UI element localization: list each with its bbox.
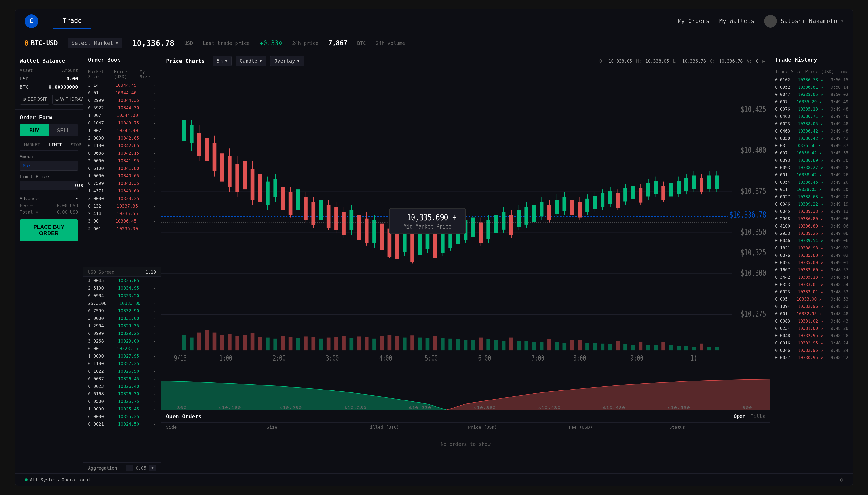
table-row[interactable]: 0.035310333.01 ↗9:48:54: [770, 281, 853, 288]
table-row[interactable]: 0.046310336.42 ↗9:49:48: [770, 127, 853, 135]
table-row[interactable]: 0.068810342.15-: [83, 149, 161, 157]
table-row[interactable]: 0.002310333.01 ↗9:48:53: [770, 288, 853, 295]
table-row[interactable]: 1.290410329.35-: [83, 322, 161, 329]
table-row[interactable]: 0.182110338.98 ↗9:49:02: [770, 244, 853, 252]
tab-open[interactable]: Open: [734, 413, 746, 420]
app-logo[interactable]: C: [24, 14, 38, 28]
table-row[interactable]: 0.592210344.30-: [83, 104, 161, 112]
table-row[interactable]: 0.009310336.69 ↗9:49:30: [770, 157, 853, 164]
table-row[interactable]: 2.000010342.85-: [83, 134, 161, 142]
table-row[interactable]: 0.098410333.50-: [83, 292, 161, 300]
table-row[interactable]: 0.004610339.22 ↗9:49:19: [770, 201, 853, 208]
table-row[interactable]: 3.026810329.00-: [83, 337, 161, 345]
withdraw-button[interactable]: ⊖ WITHDRAW: [52, 94, 87, 104]
table-row[interactable]: 0.0310336.66 ↗9:49:37: [770, 142, 853, 149]
table-row[interactable]: 0.099910329.25-: [83, 329, 161, 337]
candlestick-chart[interactable]: $10,425 $10,400 $10,375 $10,336.78 $10,3…: [161, 69, 770, 376]
nav-tab-trade[interactable]: Trade: [53, 13, 92, 29]
sell-tab[interactable]: SELL: [49, 124, 78, 136]
table-row[interactable]: 0.00710338.42 ↗9:45:35: [770, 149, 853, 157]
agg-minus-button[interactable]: −: [126, 464, 133, 471]
table-row[interactable]: 0.095210336.81 ↗9:50:14: [770, 84, 853, 91]
table-row[interactable]: 3.000010339.25-: [83, 195, 161, 202]
nav-my-orders[interactable]: My Orders: [678, 18, 709, 24]
table-row[interactable]: 0.0110344.40-: [83, 89, 161, 97]
table-row[interactable]: 0.110010342.65-: [83, 142, 161, 149]
table-row[interactable]: 0.00110328.15-: [83, 345, 161, 352]
table-row[interactable]: 0.004610332.95 ↗9:48:24: [770, 347, 853, 354]
settings-icon[interactable]: ⚙: [840, 477, 844, 483]
table-row[interactable]: 5.60110336.30-: [83, 225, 161, 233]
table-row[interactable]: 1.000010340.65-: [83, 172, 161, 180]
tab-market[interactable]: MARKET: [20, 140, 44, 150]
amount-input[interactable]: [33, 163, 83, 168]
table-row[interactable]: 0.296810336.80 ↗9:49:06: [770, 215, 853, 222]
max-button[interactable]: Max: [23, 163, 31, 168]
table-row[interactable]: 0.109410332.96 ↗9:48:53: [770, 303, 853, 310]
table-row[interactable]: 0.003710326.45-: [83, 375, 161, 382]
table-row[interactable]: 0.003710330.95 ↗9:48:22: [770, 354, 853, 361]
table-row[interactable]: 0.002310326.40-: [83, 382, 161, 390]
table-row[interactable]: 1.00710344.00-: [83, 112, 161, 119]
table-row[interactable]: 0.005010336.42 ↗9:49:42: [770, 135, 853, 142]
table-row[interactable]: 2.41410336.55-: [83, 210, 161, 217]
table-row[interactable]: 0.004610339.54 ↗9:49:06: [770, 237, 853, 244]
table-row[interactable]: 0.046310336.71 ↗9:49:48: [770, 113, 853, 120]
table-row[interactable]: 6.000010325.25-: [83, 413, 161, 420]
table-row[interactable]: 1.00710342.90-: [83, 127, 161, 134]
table-row[interactable]: 0.13210337.35-: [83, 202, 161, 210]
table-row[interactable]: 0.293310339.25 ↗9:49:06: [770, 230, 853, 237]
table-row[interactable]: 0.008310331.02 ↗9:48:43: [770, 318, 853, 325]
table-row[interactable]: 1.437110340.00-: [83, 187, 161, 195]
table-row[interactable]: 1.000010325.45-: [83, 405, 161, 413]
table-row[interactable]: 0.00110332.95 ↗9:48:48: [770, 310, 853, 318]
place-order-button[interactable]: PLACE BUY ORDER: [20, 220, 78, 241]
table-row[interactable]: 0.616810326.30-: [83, 390, 161, 397]
table-row[interactable]: 0.010210336.78 ↗9:50:15: [770, 76, 853, 84]
table-row[interactable]: 0.005410338.46 ↗9:49:20: [770, 178, 853, 186]
table-row[interactable]: 1.000010327.95-: [83, 352, 161, 360]
table-row[interactable]: 0.110010327.25-: [83, 360, 161, 368]
overlay-selector[interactable]: Overlay ▾: [270, 56, 304, 66]
table-row[interactable]: 0.004710338.05 ↗9:50:02: [770, 91, 853, 98]
table-row[interactable]: 0.759910340.35-: [83, 180, 161, 187]
table-row[interactable]: 0.104710343.75-: [83, 119, 161, 127]
timeframe-selector[interactable]: 5m ▾: [213, 56, 232, 66]
table-row[interactable]: 0.007610335.00 ↗9:49:02: [770, 252, 853, 259]
table-row[interactable]: 0.344210335.13 ↗9:48:54: [770, 274, 853, 281]
limit-price-input[interactable]: [23, 183, 83, 188]
limit-price-input-row[interactable]: USD: [20, 181, 78, 190]
table-row[interactable]: 0.00510333.00 ↗9:48:53: [770, 295, 853, 303]
table-row[interactable]: 0.759910332.90-: [83, 307, 161, 314]
table-row[interactable]: 3.000010331.00-: [83, 314, 161, 322]
table-row[interactable]: 25.310010333.00-: [83, 300, 161, 307]
table-row[interactable]: 0.102210326.50-: [83, 368, 161, 375]
table-row[interactable]: 0.00710335.29 ↗9:49:49: [770, 98, 853, 105]
table-row[interactable]: 0.009310338.27 ↗9:49:28: [770, 164, 853, 171]
agg-plus-button[interactable]: +: [149, 464, 156, 471]
table-row[interactable]: 2.510010334.95-: [83, 284, 161, 292]
table-row[interactable]: 0.01110338.05 ↗9:49:20: [770, 186, 853, 193]
buy-tab[interactable]: BUY: [20, 124, 49, 136]
table-row[interactable]: 3.0010336.45-: [83, 217, 161, 225]
table-row[interactable]: 0.166710333.60 ↗9:48:57: [770, 266, 853, 274]
table-row[interactable]: 0.00110338.42 ↗9:49:26: [770, 171, 853, 178]
user-info[interactable]: Satoshi Nakamoto ▾: [764, 15, 844, 28]
table-row[interactable]: 0.299910344.35-: [83, 97, 161, 104]
deposit-button[interactable]: ⊕ DEPOSIT: [20, 94, 49, 104]
chart-type-selector[interactable]: Candle ▾: [235, 56, 266, 66]
table-row[interactable]: 0.002410335.00 ↗9:49:01: [770, 259, 853, 266]
amount-input-row[interactable]: Max BTC: [20, 160, 78, 171]
table-row[interactable]: 0.004510339.33 ↗9:49:13: [770, 208, 853, 215]
table-row[interactable]: 0.001610332.95 ↗9:48:24: [770, 339, 853, 347]
table-row[interactable]: 0.610010341.80-: [83, 165, 161, 172]
table-row[interactable]: 0.002310338.05 ↗9:49:48: [770, 120, 853, 127]
table-row[interactable]: 0.002110324.50-: [83, 420, 161, 428]
table-row[interactable]: 4.004510335.05-: [83, 277, 161, 284]
table-row[interactable]: 3.1410344.45-: [83, 81, 161, 89]
table-row[interactable]: 0.050010325.75-: [83, 397, 161, 405]
nav-my-wallets[interactable]: My Wallets: [719, 18, 755, 24]
tab-limit[interactable]: LIMIT: [44, 140, 66, 150]
table-row[interactable]: 0.002710338.63 ↗9:49:20: [770, 193, 853, 201]
tab-stop[interactable]: STOP: [66, 140, 83, 150]
